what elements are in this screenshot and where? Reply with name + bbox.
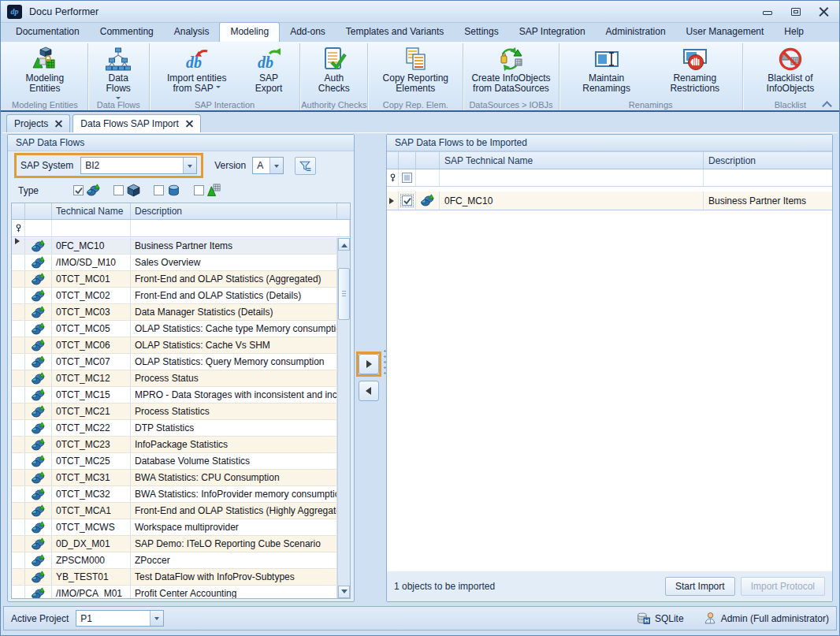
close-icon[interactable] xyxy=(819,7,830,17)
scrollbar-thumb[interactable] xyxy=(338,268,350,320)
menu-tab-sap-integration[interactable]: SAP Integration xyxy=(509,23,596,42)
version-combobox[interactable]: A xyxy=(252,157,284,174)
tab-projects[interactable]: Projects xyxy=(6,114,70,132)
chevron-down-icon[interactable] xyxy=(269,158,283,173)
chevron-down-icon[interactable] xyxy=(150,611,163,626)
menu-tab-help[interactable]: Help xyxy=(774,23,814,42)
active-project-combobox[interactable]: P1 xyxy=(76,610,164,627)
restore-icon[interactable] xyxy=(790,7,801,17)
table-row[interactable]: 0TCT_MC22 DTP Statistics xyxy=(12,420,337,437)
active-project-label: Active Project xyxy=(11,613,69,624)
tab-data-flows-sap-import[interactable]: Data Flows SAP Import xyxy=(72,114,201,132)
table-row[interactable]: ZPSCM000 ZPoccer xyxy=(12,552,337,569)
table-row[interactable]: 0TCT_MC15 MPRO - Data Storages with inco… xyxy=(12,387,337,404)
infoset-checkbox[interactable] xyxy=(194,185,204,195)
table-row[interactable]: 0TCT_MC23 InfoPackage Statistics xyxy=(12,437,337,453)
menu-tab-commenting[interactable]: Commenting xyxy=(90,23,164,42)
multiprovider-icon xyxy=(32,521,45,534)
import-entities-from-sap-button[interactable]: Import entities from SAP xyxy=(154,44,240,95)
current-user-label[interactable]: Admin (Full administrator) xyxy=(721,613,829,624)
table-header: SAP Technical Name Description xyxy=(387,152,832,169)
scroll-up-icon[interactable] xyxy=(338,238,350,251)
filter-cell[interactable] xyxy=(704,169,832,186)
table-row[interactable]: 0TCT_MC21 Process Statistics xyxy=(12,404,337,420)
column-header-description[interactable]: Description xyxy=(704,152,832,169)
technical-name-cell: YB_TEST01 xyxy=(52,569,131,585)
table-row[interactable]: 0TCT_MC06 OLAP Statistics: Cache Vs SHM xyxy=(12,337,337,354)
auth-checks-icon xyxy=(322,46,347,72)
import-protocol-button[interactable]: Import Protocol xyxy=(741,577,825,596)
datastore-icon xyxy=(167,184,180,197)
column-header-sap-technical-name[interactable]: SAP Technical Name xyxy=(440,152,704,169)
check-icon xyxy=(403,196,412,206)
table-row[interactable]: 0TCT_MCWS Workspace multiprovider xyxy=(12,519,337,536)
create-infoobjects-button[interactable]: Create InfoObjects from DataSources xyxy=(467,44,554,95)
scroll-down-icon[interactable] xyxy=(338,586,350,598)
blacklist-of-infoobjects-button[interactable]: Blacklist of InfoObjects xyxy=(747,44,834,95)
modeling-entities-button[interactable]: Modeling Entities xyxy=(6,44,84,95)
table-row[interactable]: 0FC_MC10 Business Partner Items xyxy=(12,238,337,255)
table-row[interactable]: /IMO/PCA_M01 Profit Center Accounting xyxy=(12,586,337,598)
table-row[interactable]: 0TCT_MC32 BWA Statistics: InfoProvider m… xyxy=(12,486,337,503)
sap-export-button[interactable]: SAP Export xyxy=(242,44,296,95)
auth-checks-button[interactable]: Auth Checks xyxy=(304,44,363,95)
close-tab-icon[interactable] xyxy=(186,121,193,128)
technical-name-cell: 0TCT_MC15 xyxy=(52,387,131,403)
multiprovider-icon xyxy=(32,389,45,402)
table-row[interactable]: 0TCT_MC31 BWA Statistics: CPU Consumptio… xyxy=(12,470,337,486)
menu-tab-settings[interactable]: Settings xyxy=(454,23,508,42)
multiprovider-checkbox[interactable] xyxy=(73,185,84,195)
ribbon-collapse-chevron-icon[interactable] xyxy=(823,101,831,107)
move-right-button[interactable] xyxy=(359,354,379,374)
menu-tab-documentation[interactable]: Documentation xyxy=(6,23,90,42)
row-checkbox[interactable] xyxy=(402,195,412,206)
table-row[interactable]: 0D_DX_M01 SAP Demo: ITeLO Reporting Cube… xyxy=(12,536,337,552)
menu-tab-analysis[interactable]: Analysis xyxy=(164,23,220,42)
table-row[interactable]: 0TCT_MC25 Database Volume Statistics xyxy=(12,453,337,470)
infocube-checkbox[interactable] xyxy=(113,185,124,195)
filter-row[interactable] xyxy=(12,220,350,237)
select-all-checkbox[interactable] xyxy=(402,173,412,183)
filter-cell[interactable] xyxy=(440,169,704,186)
menu-tab-administration[interactable]: Administration xyxy=(596,23,676,42)
table-row[interactable]: 0TCT_MCA1 Front-End and OLAP Statistics … xyxy=(12,503,337,519)
column-header-technical-name[interactable]: Technical Name xyxy=(52,203,131,219)
data-flows-button[interactable]: Data Flows xyxy=(92,44,145,106)
technical-name-cell: 0FC_MC10 xyxy=(52,238,131,254)
close-tab-icon[interactable] xyxy=(55,121,62,128)
description-cell: Front-End and OLAP Statistics (Highly Ag… xyxy=(131,503,337,519)
menu-tab-user-management[interactable]: User Management xyxy=(676,23,775,42)
sap-system-combobox[interactable]: BI2 xyxy=(80,157,197,174)
table-row[interactable]: 0TCT_MC01 Front-End and OLAP Statistics … xyxy=(12,271,337,288)
chevron-down-icon[interactable] xyxy=(183,158,196,173)
table-row[interactable]: 0TCT_MC07 OLAP Statistics: Query Memory … xyxy=(12,354,337,370)
vertical-scrollbar[interactable] xyxy=(337,238,350,598)
menu-tab-add-ons[interactable]: Add-ons xyxy=(280,23,336,42)
table-row[interactable]: 0TCT_MC05 OLAP Statistics: Cache type Me… xyxy=(12,321,337,337)
table-row[interactable]: 0TCT_MC03 Data Manager Statistics (Detai… xyxy=(12,304,337,321)
tab-divider xyxy=(2,132,838,133)
menu-tab-templates-and-variants[interactable]: Templates and Variants xyxy=(336,23,455,42)
copy-reporting-elements-button[interactable]: Copy Reporting Elements xyxy=(372,44,459,95)
import-table-row[interactable]: 0FC_MC10 Business Partner Items xyxy=(387,192,832,210)
table-row[interactable]: YB_TEST01 Test DataFlow with InfoProv-Su… xyxy=(12,569,337,586)
filter-button[interactable] xyxy=(295,157,316,175)
table-row[interactable]: 0TCT_MC02 Front-End and OLAP Statistics … xyxy=(12,288,337,304)
filter-cell[interactable] xyxy=(131,220,350,236)
minimize-icon[interactable] xyxy=(762,7,773,17)
menu-tab-modeling[interactable]: Modeling xyxy=(219,22,280,42)
technical-name-cell: 0TCT_MC02 xyxy=(52,288,131,303)
start-import-button[interactable]: Start Import xyxy=(665,577,735,596)
blacklist-icon xyxy=(778,46,803,72)
datastore-checkbox[interactable] xyxy=(154,185,164,195)
filter-cell[interactable] xyxy=(52,220,131,236)
table-row[interactable]: 0TCT_MC12 Process Status xyxy=(12,370,337,387)
database-label[interactable]: SQLite xyxy=(655,613,684,624)
table-row[interactable]: /IMO/SD_M10 Sales Overview xyxy=(12,255,337,271)
filter-row[interactable] xyxy=(387,169,832,187)
sap-export-icon xyxy=(256,46,281,72)
column-header-description[interactable]: Description xyxy=(131,203,337,219)
maintain-renamings-button[interactable]: Maintain Renamings xyxy=(563,44,650,95)
move-left-button[interactable] xyxy=(359,381,379,401)
renaming-restrictions-button[interactable]: Renaming Restrictions xyxy=(652,44,738,95)
